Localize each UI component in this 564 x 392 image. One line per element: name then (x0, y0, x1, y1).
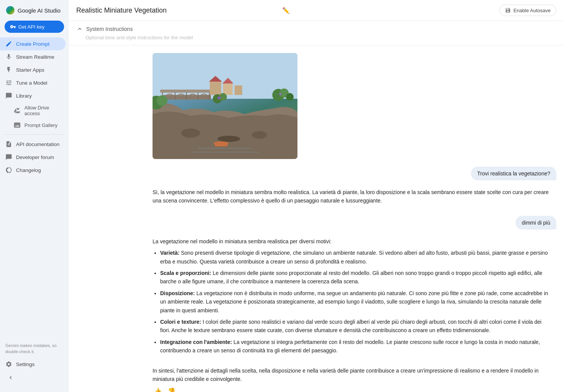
ai-list-item-1-bold: Scala e proporzioni: (160, 270, 211, 276)
ai-response-2: La vegetazione nel modello in miniatura … (153, 237, 549, 392)
chevron-up-icon (76, 26, 83, 32)
svg-rect-3 (163, 95, 211, 100)
thumbs-down-button[interactable]: 👎 (166, 387, 177, 392)
doc-nav-icon (5, 141, 12, 148)
main-content: Realistic Miniature Vegetation ✏️ Enable… (69, 0, 564, 392)
sidebar-label-create-prompt: Create Prompt (16, 41, 50, 47)
ai-list-item-3: Colori e texture: I colori delle piante … (160, 318, 549, 335)
svg-point-18 (219, 93, 227, 101)
sidebar-collapse-button[interactable] (5, 372, 16, 383)
thumbs-up-button[interactable]: 👍 (153, 387, 163, 392)
chat-area: Trovi realistica la vegetazione? Sì, la … (69, 45, 564, 392)
svg-point-21 (286, 93, 294, 101)
svg-point-25 (252, 131, 267, 139)
sidebar-label-tune-model: Tune a Model (16, 80, 47, 86)
ai-list-item-2-bold: Disposizione: (160, 290, 195, 296)
svg-rect-9 (160, 90, 212, 93)
ai-response-2-list: Varietà: Sono presenti diverse tipologie… (153, 249, 549, 355)
svg-point-16 (157, 95, 167, 106)
edit-nav-icon (5, 40, 12, 47)
app-logo: Google AI Studio (0, 0, 69, 19)
sidebar-divider-1 (5, 134, 64, 135)
ai-list-item-0: Varietà: Sono presenti diverse tipologie… (160, 249, 549, 266)
system-instructions-section: System Instructions Optional tone and st… (69, 21, 564, 45)
image-block (153, 53, 556, 159)
sidebar-item-create-prompt[interactable]: Create Prompt (0, 37, 66, 50)
content-area: System Instructions Optional tone and st… (69, 21, 564, 392)
system-instructions-label: System Instructions (86, 26, 133, 32)
miniature-image (153, 53, 297, 159)
edit-title-icon[interactable]: ✏️ (282, 7, 290, 14)
gallery-nav-icon (14, 122, 21, 129)
svg-point-26 (217, 136, 240, 142)
sidebar-item-developer-forum[interactable]: Developer forum (0, 151, 66, 164)
ai-response-1: Sì, la vegetazione nel modello in miniat… (153, 188, 549, 208)
tune-nav-icon (5, 79, 12, 86)
sidebar-label-library: Library (16, 93, 32, 99)
svg-point-24 (181, 129, 200, 138)
system-instructions-placeholder[interactable]: Optional tone and style instructions for… (76, 35, 556, 40)
ai-list-item-0-text: Sono presenti diverse tipologie di veget… (160, 250, 548, 264)
svg-point-23 (279, 93, 281, 95)
sidebar: Google AI Studio Get API key Create Prom… (0, 0, 69, 392)
book-nav-icon (5, 92, 12, 99)
page-title: Realistic Miniature Vegetation (76, 6, 278, 14)
forum-nav-icon (5, 154, 12, 161)
sidebar-label-allow-drive-access: Allow Drive access (24, 105, 60, 116)
sidebar-item-changelog[interactable]: Changelog (0, 164, 66, 177)
svg-rect-12 (223, 84, 233, 95)
sidebar-item-prompt-gallery[interactable]: Prompt Gallery (0, 119, 66, 131)
drive-nav-icon (14, 107, 21, 114)
ai-response-1-text: Sì, la vegetazione nel modello in miniat… (153, 188, 549, 205)
logo-icon (6, 6, 14, 14)
header: Realistic Miniature Vegetation ✏️ Enable… (69, 0, 564, 21)
user-message-1: Trovi realistica la vegetazione? (153, 167, 556, 180)
changelog-nav-icon (5, 167, 12, 174)
autosave-label: Enable Autosave (513, 8, 551, 13)
settings-nav-icon (5, 361, 12, 368)
sidebar-item-allow-drive-access[interactable]: Allow Drive access (0, 102, 66, 119)
ai-list-item-1-text: Le dimensioni delle piante sono proporzi… (160, 270, 542, 284)
ai-list-item-3-bold: Colori e texture: (160, 319, 201, 325)
ai-list-item-1: Scala e proporzioni: Le dimensioni delle… (160, 269, 549, 286)
sidebar-item-stream-realtime[interactable]: Stream Realtime (0, 50, 66, 63)
collapse-icon (7, 374, 14, 381)
get-api-key-button[interactable]: Get API key (5, 21, 64, 33)
key-icon (10, 24, 16, 30)
sidebar-label-developer-forum: Developer forum (16, 154, 54, 160)
ai-list-item-3-text: I colori delle piante sono realistici e … (160, 319, 542, 333)
sidebar-item-tune-model[interactable]: Tune a Model (0, 76, 66, 89)
sidebar-label-changelog: Changelog (16, 167, 41, 173)
autosave-icon (505, 7, 511, 13)
sidebar-item-library[interactable]: Library (0, 89, 66, 102)
user-bubble-2: dimmi di più (516, 216, 556, 230)
sidebar-label-prompt-gallery: Prompt Gallery (24, 122, 58, 128)
mic-nav-icon (5, 53, 12, 60)
bolt-nav-icon (5, 66, 12, 73)
svg-rect-14 (235, 85, 242, 95)
enable-autosave-button[interactable]: Enable Autosave (499, 5, 556, 16)
sidebar-item-settings[interactable]: Settings (0, 358, 66, 371)
svg-point-22 (218, 96, 221, 100)
sidebar-label-starter-apps: Starter Apps (16, 67, 44, 73)
feedback-row: 👍 👎 (153, 387, 549, 392)
ai-list-item-2: Disposizione: La vegetazione non è distr… (160, 289, 549, 315)
sidebar-label-api-documentation: API documentation (16, 141, 59, 147)
sidebar-item-starter-apps[interactable]: Starter Apps (0, 63, 66, 76)
ai-list-item-4-bold: Integrazione con l'ambiente: (160, 339, 232, 345)
ai-list-item-0-bold: Varietà: (160, 250, 180, 256)
ai-list-item-2-text: La vegetazione non è distribuita in modo… (160, 290, 548, 313)
app-title: Google AI Studio (18, 7, 61, 14)
user-message-2: dimmi di più (153, 216, 556, 230)
sidebar-warning: Gemini makes mistakes, so double-check i… (0, 340, 69, 358)
user-bubble-1: Trovi realistica la vegetazione? (471, 167, 556, 180)
ai-list-item-4: Integrazione con l'ambiente: La vegetazi… (160, 338, 549, 355)
miniature-svg (153, 53, 297, 159)
get-api-key-label: Get API key (18, 24, 45, 30)
system-instructions-header[interactable]: System Instructions (76, 26, 556, 32)
ai-response-2-intro: La vegetazione nel modello in miniatura … (153, 237, 549, 246)
sidebar-item-api-documentation[interactable]: API documentation (0, 138, 66, 151)
sidebar-label-settings: Settings (16, 361, 35, 367)
sidebar-bottom: Gemini makes mistakes, so double-check i… (0, 337, 69, 387)
svg-rect-10 (210, 82, 221, 95)
